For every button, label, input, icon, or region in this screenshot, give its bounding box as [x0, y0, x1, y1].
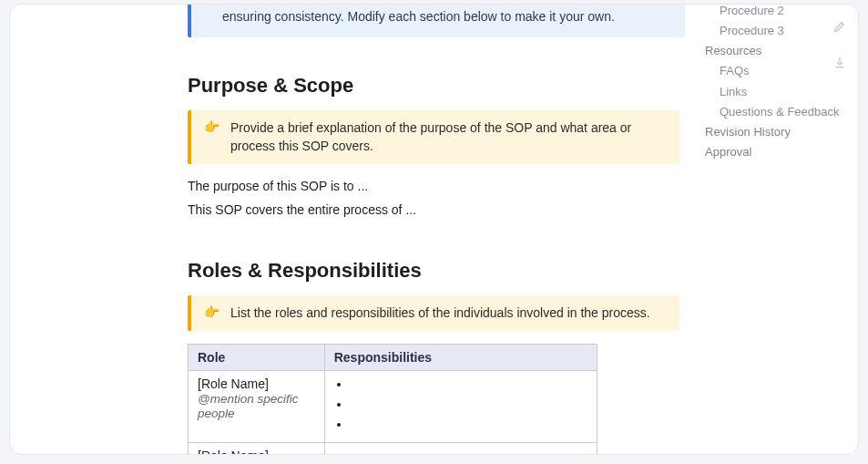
- table-header-row: Role Responsibilities: [189, 345, 597, 371]
- outline-item[interactable]: Procedure 2: [705, 4, 853, 21]
- point-right-icon: 👉: [204, 119, 220, 155]
- table-row[interactable]: [Role Name] @mention specific people: [189, 371, 597, 443]
- roles-heading: Roles & Responsibilities: [188, 259, 685, 283]
- intro-callout: Procedure (SOP). This Doc will help with…: [188, 5, 685, 37]
- download-icon[interactable]: [832, 56, 847, 76]
- edit-icon[interactable]: [832, 19, 847, 39]
- role-cell[interactable]: [Role Name] @mention specific people: [189, 443, 325, 454]
- purpose-tip-callout: 👉 Provide a brief explanation of the pur…: [188, 110, 679, 164]
- document-body: Procedure (SOP). This Doc will help with…: [188, 5, 685, 454]
- purpose-line-1[interactable]: The purpose of this SOP is to ...: [188, 177, 685, 197]
- responsibilities-list: [334, 376, 587, 437]
- intro-callout-text: Procedure (SOP). This Doc will help with…: [222, 5, 660, 24]
- document-frame: Procedure (SOP). This Doc will help with…: [9, 4, 859, 455]
- sidebar-action-icons: [832, 19, 847, 76]
- role-name-placeholder: [Role Name]: [198, 449, 315, 454]
- col-role: Role: [189, 345, 325, 371]
- outline-item[interactable]: Revision History: [705, 122, 853, 142]
- outline-item[interactable]: Procedure 3: [705, 21, 853, 41]
- roles-table: Role Responsibilities [Role Name] @menti…: [188, 344, 597, 454]
- outline-item[interactable]: Approval: [705, 142, 853, 162]
- outline-sidebar: Procedure 2Procedure 3ResourcesFAQsLinks…: [705, 6, 853, 162]
- document-content: Procedure (SOP). This Doc will help with…: [10, 5, 703, 454]
- list-item[interactable]: [351, 449, 587, 454]
- role-cell[interactable]: [Role Name] @mention specific people: [189, 371, 325, 443]
- outline-item[interactable]: FAQs: [705, 61, 853, 81]
- list-item[interactable]: [351, 397, 587, 417]
- outline-item[interactable]: Links: [705, 82, 853, 102]
- responsibilities-cell[interactable]: [324, 371, 597, 443]
- purpose-heading: Purpose & Scope: [188, 74, 685, 98]
- mention-placeholder: @mention specific people: [198, 392, 299, 420]
- list-item[interactable]: [351, 417, 587, 437]
- point-right-icon: 👉: [204, 304, 220, 323]
- col-responsibilities: Responsibilities: [324, 345, 597, 371]
- table-row[interactable]: [Role Name] @mention specific people: [189, 443, 597, 454]
- list-item[interactable]: [351, 376, 587, 397]
- purpose-tip-text: Provide a brief explanation of the purpo…: [230, 119, 667, 155]
- outline-list: Procedure 2Procedure 3ResourcesFAQsLinks…: [705, 4, 853, 162]
- responsibilities-cell[interactable]: [324, 443, 597, 454]
- purpose-line-2[interactable]: This SOP covers the entire process of ..…: [188, 201, 685, 221]
- roles-tip-text: List the roles and responsibilities of t…: [230, 304, 650, 323]
- roles-tip-callout: 👉 List the roles and responsibilities of…: [188, 295, 679, 332]
- outline-item[interactable]: Resources: [705, 41, 853, 61]
- outline-item[interactable]: Questions & Feedback: [705, 102, 853, 122]
- responsibilities-list: [334, 449, 587, 454]
- role-name-placeholder: [Role Name]: [198, 376, 315, 391]
